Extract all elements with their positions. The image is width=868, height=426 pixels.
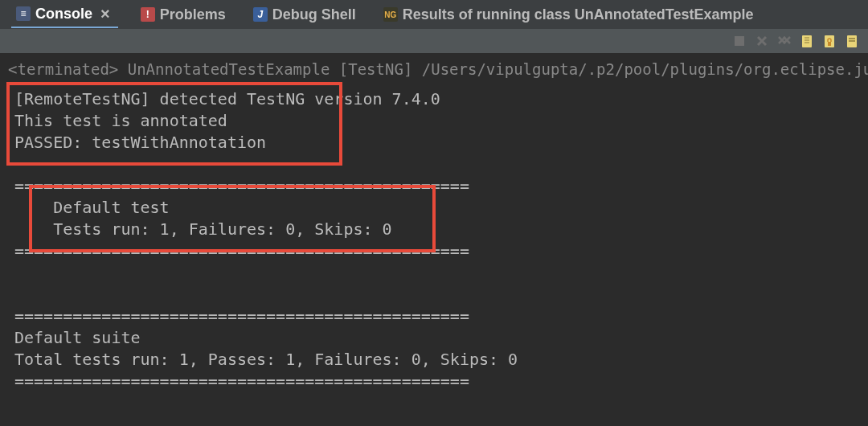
stop-icon[interactable] <box>730 31 749 51</box>
tab-problems[interactable]: ! Problems <box>136 3 231 27</box>
svg-rect-0 <box>735 36 744 46</box>
scroll-lock-icon[interactable] <box>820 31 839 51</box>
tab-label: Problems <box>160 6 226 23</box>
tab-debug-shell[interactable]: J Debug Shell <box>248 3 361 27</box>
tab-label: Console <box>35 6 92 23</box>
remove-all-icon[interactable] <box>775 31 794 51</box>
ng-icon: NG <box>383 7 398 22</box>
tab-results[interactable]: NG Results of running class UnAnnotatedT… <box>379 3 759 27</box>
svg-rect-12 <box>828 42 831 46</box>
console-toolbar <box>0 29 868 53</box>
word-wrap-icon[interactable] <box>842 31 862 51</box>
console-output: <terminated> UnAnnotatedTestExample [Tes… <box>0 53 868 426</box>
tab-label: Results of running class UnAnnotatedTest… <box>403 6 754 23</box>
tab-console[interactable]: ≡ Console × <box>11 2 118 28</box>
console-text[interactable]: [RemoteTestNG] detected TestNG version 7… <box>0 80 868 392</box>
tab-bar: ≡ Console × ! Problems J Debug Shell NG … <box>0 0 868 29</box>
problems-icon: ! <box>141 7 155 22</box>
close-icon[interactable]: × <box>97 5 113 23</box>
tab-label: Debug Shell <box>272 6 356 23</box>
svg-rect-7 <box>802 35 812 47</box>
termination-info: <terminated> UnAnnotatedTestExample [Tes… <box>0 53 868 80</box>
clear-console-icon[interactable] <box>797 31 817 51</box>
console-icon: ≡ <box>16 6 31 21</box>
j-icon: J <box>253 7 268 22</box>
remove-launch-icon[interactable] <box>752 31 772 51</box>
